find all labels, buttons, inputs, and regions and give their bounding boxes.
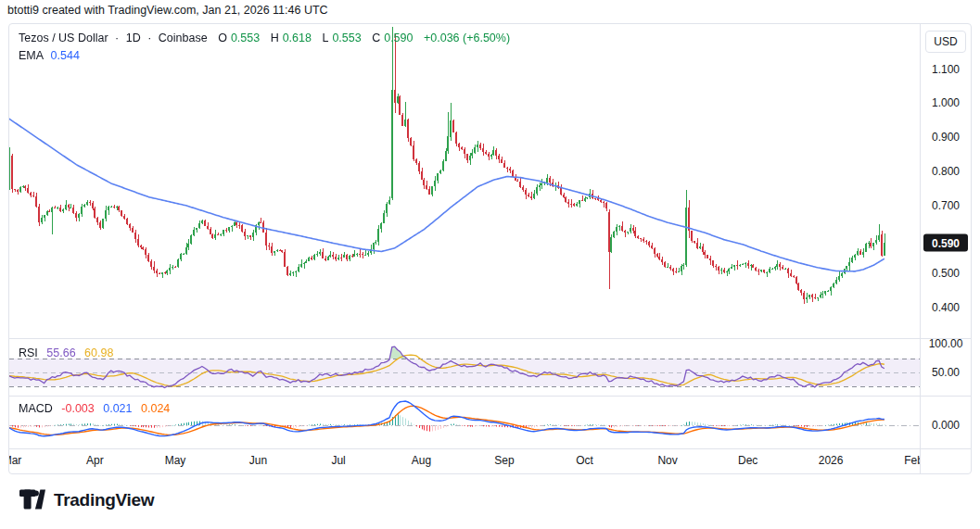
rsi-pane-row: RSI 55.66 60.98 100.0050.00 xyxy=(9,338,971,396)
legend-separator: · xyxy=(147,31,151,44)
macd-legend[interactable]: MACD -0.003 0.021 0.024 xyxy=(19,402,175,415)
symbol-exchange: Coinbase xyxy=(159,31,208,44)
ohlc-low: L0.553 xyxy=(322,31,364,44)
last-price-badge: 0.590 xyxy=(923,234,968,252)
time-axis-corner xyxy=(920,449,971,473)
macd-axis[interactable]: 0.000 xyxy=(920,397,971,448)
rsi-ma-value: 60.98 xyxy=(84,346,113,359)
time-axis-label-apr: Apr xyxy=(86,449,104,472)
ohlc-high: H0.618 xyxy=(271,31,315,44)
symbol-title: Tezos / US Dollar xyxy=(19,31,108,44)
rsi-canvas[interactable] xyxy=(9,339,920,396)
time-axis-label-oct: Oct xyxy=(576,449,593,472)
rsi-pane[interactable]: RSI 55.66 60.98 xyxy=(9,339,920,396)
ema-label: EMA xyxy=(19,49,44,62)
price-axis-label: 0.400 xyxy=(921,301,971,314)
macd-axis-label: 0.000 xyxy=(921,419,971,432)
macd-signal-value: 0.024 xyxy=(141,402,170,415)
macd-label: MACD xyxy=(19,402,53,415)
rsi-axis[interactable]: 100.0050.00 xyxy=(920,339,971,396)
ohlc-open: O0.553 xyxy=(218,31,263,44)
tradingview-logo[interactable]: TradingView xyxy=(19,488,154,511)
chart-widget: Tezos / US Dollar · 1D · Coinbase O0.553… xyxy=(8,23,972,474)
time-axis-label-dec: Dec xyxy=(738,449,757,472)
price-axis-label: 0.500 xyxy=(921,267,971,280)
legend-separator: · xyxy=(115,31,119,44)
price-change: +0.036 (+6.50%) xyxy=(424,31,510,44)
macd-line-value: 0.021 xyxy=(103,402,132,415)
macd-pane[interactable]: MACD -0.003 0.021 0.024 xyxy=(9,397,920,448)
time-axis-label-nov: Nov xyxy=(657,449,677,472)
time-axis-row: MarAprMayJunJulAugSepOctNovDec2026Feb xyxy=(9,448,971,473)
macd-pane-row: MACD -0.003 0.021 0.024 0.000 xyxy=(9,396,971,448)
time-axis[interactable]: MarAprMayJunJulAugSepOctNovDec2026Feb xyxy=(9,449,920,473)
time-axis-label-2026: 2026 xyxy=(819,449,844,472)
rsi-legend[interactable]: RSI 55.66 60.98 xyxy=(19,346,119,359)
rsi-axis-label: 100.00 xyxy=(921,337,971,350)
ema-value: 0.544 xyxy=(51,49,80,62)
ema-legend[interactable]: EMA 0.544 xyxy=(19,47,510,65)
time-axis-label-jul: Jul xyxy=(331,449,345,472)
price-axis-label: 0.800 xyxy=(921,165,971,178)
time-axis-label-sep: Sep xyxy=(494,449,514,472)
time-axis-label-jun: Jun xyxy=(249,449,267,472)
time-axis-label-may: May xyxy=(165,449,186,472)
attribution-text: btotti9 created with TradingView.com, Ja… xyxy=(7,4,328,17)
tradingview-logo-icon xyxy=(19,488,45,511)
price-axis-label: 1.000 xyxy=(921,96,971,109)
price-canvas[interactable] xyxy=(9,24,920,338)
tradingview-snapshot: btotti9 created with TradingView.com, Ja… xyxy=(0,0,980,529)
price-axis-label: 0.900 xyxy=(921,131,971,144)
time-axis-label-feb: Feb xyxy=(904,449,920,472)
rsi-value: 55.66 xyxy=(46,346,75,359)
time-axis-label-aug: Aug xyxy=(412,449,431,472)
rsi-label: RSI xyxy=(19,346,38,359)
tradingview-logo-text: TradingView xyxy=(54,490,154,510)
ohlc-close: C0.590 xyxy=(372,31,416,44)
price-axis[interactable]: USD 0.590 1.1001.0000.9000.8000.7000.500… xyxy=(920,24,971,338)
currency-button[interactable]: USD xyxy=(925,31,966,53)
price-pane[interactable]: Tezos / US Dollar · 1D · Coinbase O0.553… xyxy=(9,24,920,338)
price-pane-row: Tezos / US Dollar · 1D · Coinbase O0.553… xyxy=(9,24,971,338)
rsi-axis-label: 50.00 xyxy=(921,366,971,379)
symbol-legend[interactable]: Tezos / US Dollar · 1D · Coinbase O0.553… xyxy=(19,30,514,65)
price-axis-label: 0.700 xyxy=(921,199,971,212)
symbol-interval: 1D xyxy=(126,31,141,44)
time-axis-label-mar: Mar xyxy=(9,449,21,472)
macd-hist-value: -0.003 xyxy=(61,402,94,415)
price-axis-label: 1.100 xyxy=(921,63,971,76)
